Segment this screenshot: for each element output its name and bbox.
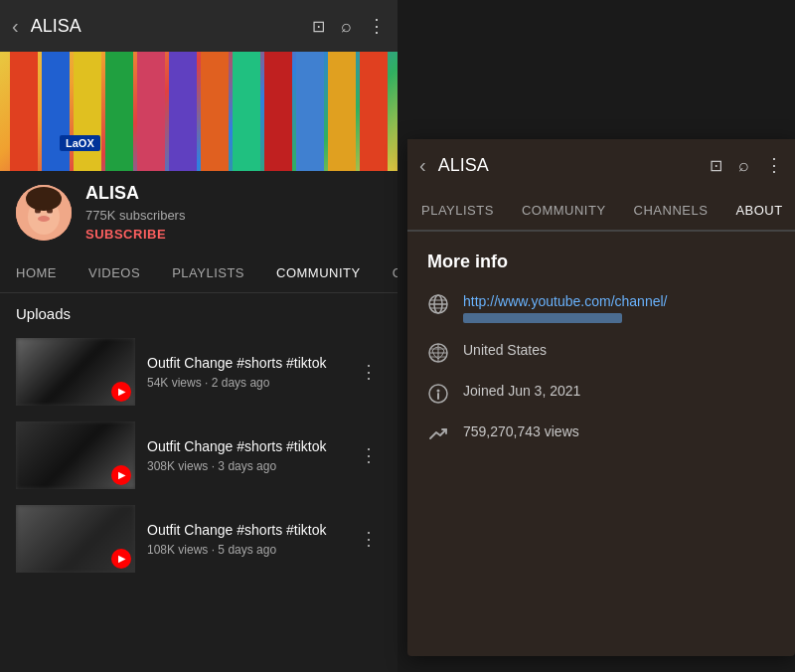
country-text: United States [463,341,547,361]
left-header: ‹ ALISA ⊡ ⌕ ⋮ [0,0,398,52]
more-info-title: More info [427,252,775,272]
avatar [16,185,72,241]
shorts-badge-2: ▶ [111,465,131,485]
svg-point-5 [26,187,62,211]
joined-text: Joined Jun 3, 2021 [463,382,580,402]
svg-point-7 [47,213,53,217]
right-more-options-icon[interactable]: ⋮ [765,154,783,176]
banner-sign: LaOX [60,135,100,151]
banner-col-4 [105,52,133,171]
video-meta-1: 54K views · 2 days ago [147,376,344,390]
shorts-badge-3: ▶ [111,549,131,569]
video-thumbnail-2[interactable]: ▶ [16,421,135,489]
video-meta-2: 308K views · 3 days ago [147,459,344,473]
right-tab-playlists[interactable]: PLAYLISTS [407,191,508,230]
channel-banner: LaOX [0,52,398,171]
channel-name: ALISA [85,183,185,204]
video-title-3[interactable]: Outfit Change #shorts #tiktok [147,521,344,539]
about-section: More info http://www.youtube.com/channel… [407,232,795,656]
banner-col-12 [360,52,388,171]
channel-link[interactable]: http://www.youtube.com/channel/ [463,292,667,323]
info-row-link: http://www.youtube.com/channel/ [427,292,775,323]
banner-col-9 [264,52,292,171]
right-header: ‹ ALISA ⊡ ⌕ ⋮ [407,139,795,191]
right-header-icons: ⊡ ⌕ ⋮ [710,154,783,176]
channel-meta: ALISA 775K subscribers SUBSCRIBE [85,183,185,242]
more-options-icon[interactable]: ⋮ [368,15,386,37]
right-panel: ‹ ALISA ⊡ ⌕ ⋮ PLAYLISTS COMMUNITY CHANNE… [407,139,795,656]
svg-point-6 [35,213,41,217]
trending-icon [427,423,449,445]
right-back-icon[interactable]: ‹ [419,154,426,177]
left-channel-title: ALISA [31,16,300,37]
left-header-icons: ⊡ ⌕ ⋮ [312,15,386,37]
right-tab-about[interactable]: ABOUT [721,191,795,232]
subscriber-count: 775K subscribers [85,208,185,223]
info-icon [427,383,449,405]
banner-col-8 [233,52,260,171]
video-thumbnail-3[interactable]: ▶ [16,505,135,573]
right-cast-icon[interactable]: ⊡ [710,156,722,175]
banner-col-10 [296,52,324,171]
back-icon[interactable]: ‹ [12,15,19,38]
right-channel-title: ALISA [438,155,698,176]
tab-home[interactable]: HOME [0,253,73,292]
avatar-image [16,185,72,241]
link-blur-bar [463,313,622,323]
right-search-icon[interactable]: ⌕ [738,155,749,176]
banner-col-1 [10,52,38,171]
video-meta-3: 108K views · 5 days ago [147,543,344,557]
banner-col-5 [137,52,165,171]
cast-icon[interactable]: ⊡ [312,17,325,36]
shorts-badge-1: ▶ [111,382,131,402]
right-tab-channels[interactable]: CHANNELS [620,191,722,230]
tab-playlists[interactable]: PLAYLISTS [156,253,260,292]
right-tab-community[interactable]: COMMUNITY [508,191,620,230]
banner-col-11 [328,52,356,171]
uploads-section: Uploads ▶ Outfit Change #shorts #tiktok … [0,293,398,588]
video-title-2[interactable]: Outfit Change #shorts #tiktok [147,437,344,455]
left-nav-tabs: HOME VIDEOS PLAYLISTS COMMUNITY C [0,253,398,293]
views-text: 759,270,743 views [463,422,579,442]
video-thumbnail-1[interactable]: ▶ [16,338,135,406]
svg-point-19 [437,390,440,393]
tab-videos[interactable]: VIDEOS [73,253,156,292]
table-row: ▶ Outfit Change #shorts #tiktok 54K view… [16,330,382,414]
video-more-options-3[interactable]: ⋮ [356,524,382,554]
banner-col-7 [201,52,229,171]
banner-col-2 [42,52,70,171]
video-info-2: Outfit Change #shorts #tiktok 308K views… [147,437,344,472]
table-row: ▶ Outfit Change #shorts #tiktok 108K vie… [16,497,382,581]
video-list: ▶ Outfit Change #shorts #tiktok 54K view… [16,330,382,581]
globe-icon [427,293,449,315]
video-info-1: Outfit Change #shorts #tiktok 54K views … [147,354,344,389]
banner-col-3 [74,52,101,171]
search-icon[interactable]: ⌕ [341,16,352,37]
info-row-views: 759,270,743 views [427,422,775,445]
banner-decoration [0,52,398,171]
location-icon [427,342,449,364]
banner-col-6 [169,52,197,171]
video-info-3: Outfit Change #shorts #tiktok 108K views… [147,521,344,556]
info-row-joined: Joined Jun 3, 2021 [427,382,775,405]
uploads-label: Uploads [16,305,382,322]
svg-point-4 [38,216,50,222]
tab-more[interactable]: C [377,253,398,292]
subscribe-button[interactable]: SUBSCRIBE [85,227,185,242]
channel-info: ALISA 775K subscribers SUBSCRIBE [0,171,398,253]
info-row-country: United States [427,341,775,364]
tab-community[interactable]: COMMUNITY [260,253,377,292]
video-title-1[interactable]: Outfit Change #shorts #tiktok [147,354,344,372]
right-nav-tabs: PLAYLISTS COMMUNITY CHANNELS ABOUT [407,191,795,232]
left-panel: ‹ ALISA ⊡ ⌕ ⋮ LaOX [0,0,398,672]
video-more-options-1[interactable]: ⋮ [356,357,382,387]
video-more-options-2[interactable]: ⋮ [356,440,382,470]
table-row: ▶ Outfit Change #shorts #tiktok 308K vie… [16,414,382,497]
